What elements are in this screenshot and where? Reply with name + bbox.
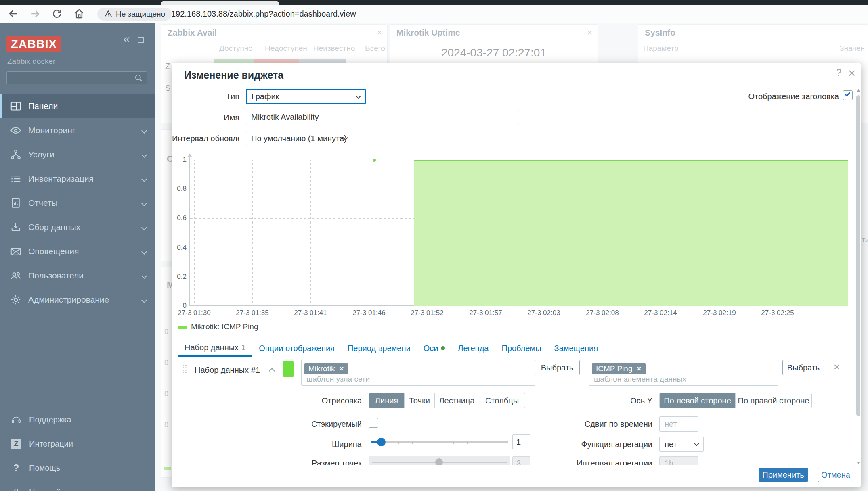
tab-data-set[interactable]: Набор данных 1 <box>178 340 252 357</box>
forward-icon[interactable] <box>29 8 41 20</box>
search-icon <box>134 73 144 84</box>
warning-icon <box>104 10 113 19</box>
width-slider[interactable] <box>369 437 510 447</box>
x-tick: 27-3 02:14 <box>641 309 680 317</box>
dialog-tabs: Набор данных 1 Опции отображения Период … <box>178 340 604 357</box>
tab-axes[interactable]: Оси <box>417 340 452 357</box>
chevron-down-icon <box>141 249 147 255</box>
dialog-scrollbar[interactable] <box>856 88 861 465</box>
sidebar-item-data-collection[interactable]: Сбор данных <box>0 215 155 239</box>
cancel-button[interactable]: Отмена <box>818 468 853 482</box>
home-icon[interactable] <box>73 8 85 20</box>
close-icon[interactable]: ✕ <box>848 68 856 79</box>
time-shift-input[interactable]: нет <box>659 416 698 432</box>
sidebar-item-support[interactable]: Поддержка <box>0 407 155 432</box>
data-set-count-badge: 1 <box>241 343 246 352</box>
refresh-interval-select[interactable]: По умолчанию (1 минута) <box>246 131 352 146</box>
refresh-interval-value: По умолчанию (1 минута) <box>251 134 347 143</box>
url-bar[interactable]: 192.168.103.88/zabbix.php?action=dashboa… <box>171 9 356 19</box>
tab-problems[interactable]: Проблемы <box>495 340 547 357</box>
back-icon[interactable] <box>7 8 19 20</box>
draw-option-points[interactable]: Точки <box>405 393 435 408</box>
remove-data-set-icon[interactable]: ✕ <box>833 362 841 372</box>
sidebar-item-label: Мониторинг <box>28 125 75 135</box>
sidebar-menu: Панели Мониторинг Услуги Инвентаризация … <box>0 94 155 312</box>
sidebar-item-monitoring[interactable]: Мониторинг <box>0 118 155 142</box>
tab-time-period[interactable]: Период времени <box>341 340 417 357</box>
inventory-icon <box>10 173 22 185</box>
y-axis-label: Ось Y <box>556 396 652 405</box>
host-chip[interactable]: Mikrotik ✕ <box>304 363 348 374</box>
chevron-down-icon <box>356 94 361 99</box>
y-axis-segmented: По левой стороне По правой стороне <box>659 393 812 408</box>
item-multiselect[interactable]: ICMP Ping ✕ шаблон элемента данных <box>589 360 778 386</box>
sidebar-item-label: Панели <box>28 101 58 111</box>
sidebar-search-input[interactable] <box>6 71 147 84</box>
data-set-color-swatch[interactable] <box>283 361 294 377</box>
y-axis-line <box>189 157 190 306</box>
y-axis-right-option[interactable]: По правой стороне <box>736 393 811 408</box>
scroll-down-icon[interactable] <box>857 462 860 464</box>
security-chip[interactable]: Не защищено <box>97 8 172 21</box>
browser-tab[interactable] <box>161 1 279 5</box>
reload-icon[interactable] <box>51 8 63 20</box>
server-name: Zabbix docker <box>7 57 55 66</box>
scroll-up-icon[interactable] <box>857 89 860 92</box>
tab-legend[interactable]: Легенда <box>451 340 495 357</box>
checkmark-icon <box>845 91 850 96</box>
sidebar-item-dashboards[interactable]: Панели <box>0 94 155 118</box>
sidebar-item-alerts[interactable]: Оповещения <box>0 239 155 263</box>
zabbix-logo[interactable]: ZABBIX <box>6 36 61 52</box>
chevron-down-icon <box>141 176 147 182</box>
chip-remove-icon[interactable]: ✕ <box>339 365 344 372</box>
name-input[interactable]: Mikrotik Availability <box>246 110 519 124</box>
chevron-down-icon <box>141 225 147 230</box>
edit-widget-dialog: Изменение виджета ? ✕ Тип График Отображ… <box>172 63 861 487</box>
sidebar-item-integrations[interactable]: Z Интеграции <box>0 432 155 456</box>
stacked-label: Стэкируемый <box>257 420 362 429</box>
sidebar-item-users[interactable]: Пользователи <box>0 263 155 288</box>
scrollbar-thumb[interactable] <box>856 95 860 416</box>
sidebar-item-help[interactable]: ? Помощь <box>0 456 155 480</box>
integrations-icon: Z <box>11 439 21 449</box>
sidebar-expand-icon[interactable] <box>138 37 144 43</box>
sidebar-item-label: Администрирование <box>28 295 109 305</box>
item-chip[interactable]: ICMP Ping ✕ <box>592 363 646 374</box>
slider-thumb[interactable] <box>377 438 386 446</box>
stacked-checkbox[interactable] <box>369 418 378 428</box>
aggregation-function-select[interactable]: нет <box>659 437 704 452</box>
host-multiselect[interactable]: Mikrotik ✕ шаблон узла сети <box>301 360 535 386</box>
chip-remove-icon[interactable]: ✕ <box>636 365 642 372</box>
y-tick: 0 <box>172 302 187 310</box>
select-host-button[interactable]: Выбрать <box>535 360 580 375</box>
select-item-button[interactable]: Выбрать <box>782 360 824 375</box>
y-axis-left-option[interactable]: По левой стороне <box>660 393 736 408</box>
chevron-down-icon <box>141 128 147 134</box>
sidebar-item-label: Инвентаризация <box>28 174 94 184</box>
draw-option-bar[interactable]: Столбцы <box>479 393 525 408</box>
sidebar-item-inventory[interactable]: Инвентаризация <box>0 167 155 191</box>
draw-option-line[interactable]: Линия <box>369 393 405 408</box>
tab-overrides[interactable]: Замещения <box>548 340 604 357</box>
type-select[interactable]: График <box>246 89 366 104</box>
width-value[interactable]: 1 <box>512 434 530 449</box>
draw-option-staircase[interactable]: Лестница <box>435 393 479 408</box>
users-icon <box>10 270 22 282</box>
sidebar-item-user-settings[interactable]: Настройки пользователя <box>0 480 155 491</box>
sidebar-collapse-icon[interactable]: « <box>123 34 130 43</box>
x-tick: 27-3 02:03 <box>524 309 563 317</box>
screen: Не защищено 192.168.103.88/zabbix.php?ac… <box>0 0 868 491</box>
show-header-checkbox[interactable] <box>843 90 853 100</box>
x-tick: 27-3 02:25 <box>758 309 797 317</box>
sidebar-item-services[interactable]: Услуги <box>0 142 155 167</box>
apply-button[interactable]: Применить <box>759 468 808 482</box>
width-label: Ширина <box>257 440 362 449</box>
help-icon[interactable]: ? <box>836 67 841 78</box>
sidebar-item-reports[interactable]: Отчеты <box>0 191 155 215</box>
sidebar-item-label: Помощь <box>29 464 60 473</box>
collapse-chevron-up-icon[interactable] <box>269 368 275 374</box>
sidebar-item-administration[interactable]: Администрирование <box>0 288 155 312</box>
drag-handle[interactable] <box>183 365 184 366</box>
type-label: Тип <box>172 92 239 101</box>
tab-displaying-options[interactable]: Опции отображения <box>252 340 341 357</box>
